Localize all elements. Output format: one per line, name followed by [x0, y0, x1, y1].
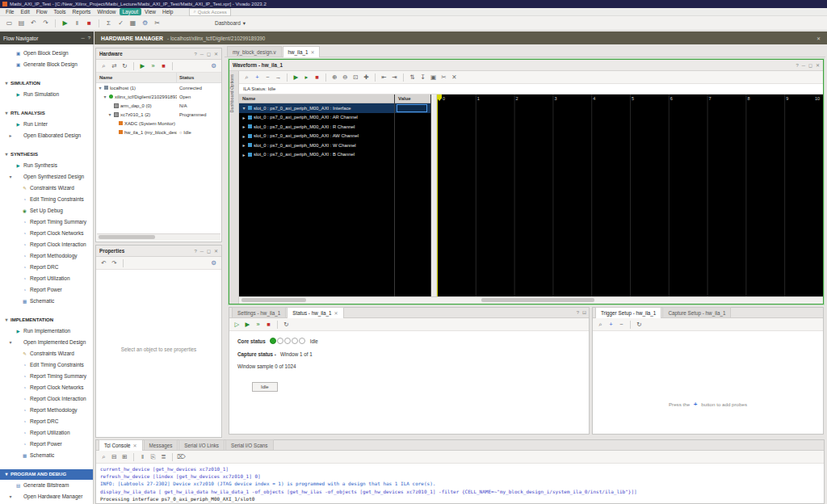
edge-next-icon[interactable]: ⇥	[390, 73, 399, 82]
stop-icon[interactable]: ■	[264, 320, 273, 329]
flow-item-report-drc[interactable]: ◔Report DRC	[0, 416, 93, 427]
flow-item-generate-bitstream[interactable]: ▤Generate Bitstream	[0, 480, 93, 491]
flow-item-report-methodology[interactable]: ◔Report Methodology	[0, 405, 93, 416]
close-icon[interactable]: ✕	[334, 310, 338, 316]
help-icon[interactable]: ?	[796, 63, 798, 68]
search-icon[interactable]: ⌕	[99, 452, 108, 461]
console-output[interactable]: current_hw_device [get_hw_devices xc7z01…	[96, 464, 824, 503]
waveform-horizontal-scrollbar[interactable]	[239, 296, 823, 304]
flow-item-schematic[interactable]: ▦Schematic	[0, 296, 93, 307]
tab-trigger-setup-hw-ila-1[interactable]: Trigger Setup - hw_ila_1	[595, 307, 661, 318]
flow-item-report-clock-networks[interactable]: ◔Report Clock Networks	[0, 228, 93, 239]
dashboard-options-strip[interactable]: Dashboard Options	[229, 71, 239, 304]
back-icon[interactable]: ↶	[28, 18, 39, 28]
properties-panel-controls[interactable]: ?─◻✕	[191, 248, 218, 254]
chevron-right-icon[interactable]: ▸	[241, 115, 246, 120]
flow-item-generate-block-design[interactable]: ▣Generate Block Design	[0, 59, 93, 70]
vertical-scrollbar[interactable]	[431, 94, 437, 296]
settings-icon[interactable]: ⚙	[140, 18, 150, 28]
horizontal-scrollbar[interactable]	[97, 233, 220, 241]
minus-icon[interactable]: −	[617, 320, 626, 329]
hardware-panel-controls[interactable]: ?─◻✕	[191, 51, 218, 57]
chevron-down-icon[interactable]: ▾	[241, 105, 246, 111]
pause-icon[interactable]: ‖	[138, 452, 147, 461]
open-icon[interactable]: ▭	[4, 18, 15, 28]
flow-section-simulation[interactable]: ▾SIMULATION	[0, 78, 93, 89]
waveform-plot[interactable]: 012345678910	[437, 94, 823, 296]
refresh-icon[interactable]: ↻	[282, 320, 291, 329]
add-icon[interactable]: +	[253, 73, 262, 82]
flow-item-schematic[interactable]: ▦Schematic	[0, 450, 93, 461]
close-icon[interactable]: ✕	[133, 443, 137, 448]
chevron-down-icon[interactable]: ▾	[103, 94, 107, 99]
signal-value-cell[interactable]	[395, 113, 430, 123]
flow-item-constraints-wizard[interactable]: ✎Constraints Wizard	[0, 348, 93, 359]
flow-section-synthesis[interactable]: ▾SYNTHESIS	[0, 149, 93, 160]
refresh-icon[interactable]: ↻	[635, 320, 644, 329]
flow-item-run-simulation[interactable]: ▶Run Simulation	[0, 89, 93, 100]
flow-item-report-utilization[interactable]: ◔Report Utilization	[0, 427, 93, 439]
flow-item-open-hardware-manager[interactable]: ▾Open Hardware Manager	[0, 491, 93, 502]
fast-forward-icon[interactable]: »	[254, 320, 262, 329]
settings-icon[interactable]: ⚙	[209, 61, 218, 70]
add-icon[interactable]: +	[694, 401, 698, 408]
tab-serial-i-o-scans[interactable]: Serial I/O Scans	[225, 439, 274, 450]
signal-value-cell[interactable]	[395, 141, 430, 150]
menu-tools[interactable]: Tools	[50, 8, 69, 15]
edge-prev-icon[interactable]: ⇤	[380, 73, 388, 82]
stop-icon[interactable]: ■	[313, 73, 321, 82]
forward-icon[interactable]: ↷	[40, 18, 51, 28]
flow-item-run-synthesis[interactable]: ▶Run Synthesis	[0, 160, 93, 171]
chevron-right-icon[interactable]: ▸	[241, 133, 246, 139]
banner-controls[interactable]: ✕	[813, 36, 821, 41]
close-icon[interactable]: ✕	[214, 248, 218, 254]
save-icon[interactable]: ▤	[16, 18, 27, 28]
flow-item-report-utilization[interactable]: ◔Report Utilization	[0, 273, 93, 284]
delete-icon[interactable]: ⌦	[177, 452, 186, 461]
search-icon[interactable]: ⌕	[242, 73, 251, 82]
fast-forward-icon[interactable]: »	[149, 61, 157, 70]
min-icon[interactable]: ─	[200, 249, 204, 254]
add-icon[interactable]: +	[607, 320, 615, 329]
zoom-in-icon[interactable]: ⊕	[330, 73, 339, 82]
help-icon[interactable]: ?	[194, 52, 196, 57]
signal-row[interactable]: ▸slot_0 : ps7_0_axi_periph_M00_AXI : AW …	[239, 132, 394, 141]
chevron-down-icon[interactable]: ▾	[107, 111, 112, 117]
stop-icon[interactable]: ■	[159, 61, 168, 70]
help-icon[interactable]: ?	[88, 36, 90, 40]
flow-section-rtl-analysis[interactable]: ▾RTL ANALYSIS	[0, 108, 93, 119]
value-column-header[interactable]: Value	[395, 94, 430, 103]
help-icon[interactable]: ?	[577, 310, 579, 315]
flow-item-report-timing-summary[interactable]: ◔Report Timing Summary	[0, 216, 93, 228]
back-icon[interactable]: ↶	[99, 258, 108, 267]
flow-item-report-methodology[interactable]: ◔Report Methodology	[0, 250, 93, 262]
pin-icon[interactable]: ⊡	[582, 309, 586, 315]
cut-icon[interactable]: ✂	[152, 18, 162, 28]
flow-item-open-block-design[interactable]: ▣Open Block Design	[0, 48, 93, 59]
hardware-tree-row[interactable]: hw_ila_1 (my_block_design_○Idle	[96, 128, 221, 136]
signal-value-cell[interactable]	[395, 132, 430, 141]
step-icon[interactable]: ▸	[302, 73, 311, 82]
crosshair-icon[interactable]: ✚	[362, 73, 371, 82]
close-icon[interactable]: ✕	[817, 36, 821, 41]
quick-access-search[interactable]: ⌕ Quick Access	[189, 8, 230, 16]
chevron-right-icon[interactable]: ▸	[8, 130, 13, 141]
min-icon[interactable]: ─	[802, 63, 805, 68]
signal-value-cell[interactable]	[395, 103, 430, 113]
tab-serial-i-o-links[interactable]: Serial I/O Links	[178, 439, 225, 450]
flow-item-report-clock-networks[interactable]: ◔Report Clock Networks	[0, 382, 93, 393]
refresh-icon[interactable]: ↻	[120, 61, 129, 70]
swap-v-icon[interactable]: ⇅	[408, 73, 417, 82]
flow-item-report-power[interactable]: ◔Report Power	[0, 439, 93, 450]
column-header-name[interactable]: Name	[96, 73, 177, 82]
flow-item-run-linter[interactable]: ▶Run Linter	[0, 119, 93, 130]
tab-status-hw-ila-1[interactable]: Status - hw_ila_1✕	[287, 307, 343, 318]
menu-layout[interactable]: Layout	[120, 8, 142, 15]
signal-value-cell[interactable]	[395, 150, 430, 160]
signal-row[interactable]: ▸slot_0 : ps7_0_axi_periph_M00_AXI : R C…	[239, 122, 394, 132]
signal-row[interactable]: ▸slot_0 : ps7_0_axi_periph_M00_AXI : B C…	[239, 150, 394, 160]
zoom-out-icon[interactable]: ⊖	[341, 73, 350, 82]
flow-item-report-timing-summary[interactable]: ◔Report Timing Summary	[0, 371, 93, 382]
expand-icon[interactable]: ⊞	[120, 452, 129, 461]
flow-item-report-clock-interaction[interactable]: ◔Report Clock Interaction	[0, 239, 93, 250]
